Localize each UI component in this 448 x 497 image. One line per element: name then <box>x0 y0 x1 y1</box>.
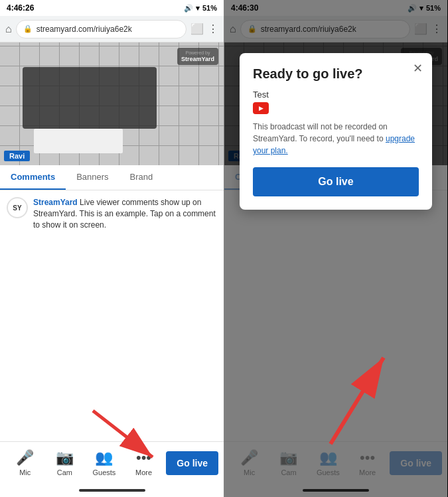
cam-button-left[interactable]: 📷 Cam <box>45 449 85 476</box>
modal-go-live-button[interactable]: Go live <box>253 167 419 196</box>
tab-comments-left[interactable]: Comments <box>0 165 66 190</box>
browser-nav-icons-left: ⬜ ⋮ <box>190 23 218 35</box>
home-icon-left[interactable]: ⌂ <box>5 23 12 35</box>
volume-icon: 🔊 <box>184 4 193 13</box>
bottom-toolbar-left: 🎤 Mic 📷 Cam 👥 Guests ••• More Go live <box>0 441 224 484</box>
tab-count-icon-left[interactable]: ⬜ <box>190 23 204 35</box>
left-phone-panel: 4:46:26 🔊 ▾ 51% ⌂ 🔒 streamyard.com/riuiy… <box>0 0 224 497</box>
guests-icon-left: 👥 <box>95 449 113 466</box>
camera-white-object <box>34 129 123 153</box>
streamyard-logo-left: StreamYard <box>181 56 214 62</box>
tab-banners-left[interactable]: Banners <box>66 165 119 190</box>
go-live-button-left[interactable]: Go live <box>166 451 218 475</box>
video-area-left: Powered by StreamYard Ravi <box>0 42 224 165</box>
modal-destination: Test <box>253 90 419 100</box>
guests-button-left[interactable]: 👥 Guests <box>84 449 124 476</box>
modal-description: This broadcast will not be recorded on S… <box>253 121 419 157</box>
mic-button-left[interactable]: 🎤 Mic <box>5 449 45 476</box>
comment-author-left: StreamYard <box>33 198 78 207</box>
comment-text-left: StreamYard Live viewer comments show up … <box>33 197 217 230</box>
comment-avatar-left: SY <box>7 197 28 218</box>
name-badge-left: Ravi <box>4 151 30 161</box>
comment-item-left[interactable]: SY StreamYard Live viewer comments show … <box>7 197 217 230</box>
comments-area-left: SY StreamYard Live viewer comments show … <box>0 190 224 441</box>
right-phone-panel: 4:46:30 🔊 ▾ 51% ⌂ 🔒 streamyard.com/riuiy… <box>224 0 447 497</box>
powered-by-text-left: Powered by <box>186 50 210 55</box>
lock-icon-left: 🔒 <box>23 25 33 33</box>
cam-label-left: Cam <box>57 468 72 476</box>
more-label-left: More <box>135 468 152 476</box>
modal-box: ✕ Ready to go live? Test This broadcast … <box>240 53 432 210</box>
battery-left: 51% <box>202 4 217 12</box>
camera-dark-object <box>23 67 157 129</box>
nav-line-left <box>79 489 145 492</box>
cam-icon-left: 📷 <box>56 449 74 466</box>
streamyard-watermark-left: Powered by StreamYard <box>177 48 218 65</box>
tab-brand-left[interactable]: Brand <box>119 165 164 190</box>
modal-overlay[interactable]: ✕ Ready to go live? Test This broadcast … <box>224 0 447 497</box>
address-bar-left[interactable]: 🔒 streamyard.com/riuiya6e2k <box>16 20 187 38</box>
modal-desc-text: This broadcast will not be recorded on S… <box>253 122 388 143</box>
modal-title: Ready to go live? <box>253 66 419 82</box>
status-icons-left: 🔊 ▾ 51% <box>184 4 217 13</box>
url-left: streamyard.com/riuiya6e2k <box>37 25 132 34</box>
youtube-icon <box>253 102 269 114</box>
time-left: 4:46:26 <box>7 3 34 13</box>
modal-close-button[interactable]: ✕ <box>413 61 423 76</box>
browser-bar-left: ⌂ 🔒 streamyard.com/riuiya6e2k ⬜ ⋮ <box>0 16 224 42</box>
wifi-icon: ▾ <box>196 4 200 13</box>
home-nav-left <box>0 484 224 497</box>
more-icon-left: ••• <box>136 449 151 466</box>
streamyard-avatar-icon: SY <box>8 198 27 217</box>
status-bar-left: 4:46:26 🔊 ▾ 51% <box>0 0 224 16</box>
more-button-left[interactable]: ••• More <box>124 449 164 476</box>
guests-label-left: Guests <box>93 468 116 476</box>
mic-icon-left: 🎤 <box>16 449 34 466</box>
mic-label-left: Mic <box>19 468 31 476</box>
tabs-left: Comments Banners Brand <box>0 165 224 190</box>
menu-icon-left[interactable]: ⋮ <box>208 23 218 35</box>
